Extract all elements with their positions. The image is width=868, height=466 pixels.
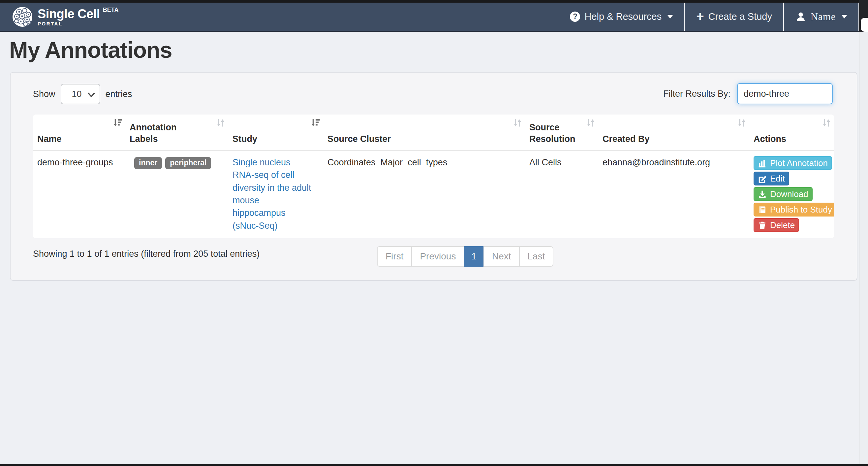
sort-both-icon [586, 118, 596, 128]
user-menu[interactable]: Name [783, 3, 859, 31]
show-entries-group: Show 10 entries [33, 84, 132, 104]
window-bottom-strip [0, 464, 868, 466]
brand-logo-link[interactable]: Single Cell BETA PORTAL [12, 3, 118, 31]
edit-icon [758, 174, 767, 183]
column-header-source-resolution[interactable]: Source Resolution [525, 115, 598, 150]
table-header-row: Name Annotation Labels Study [33, 115, 834, 151]
sort-both-icon [737, 118, 747, 128]
cell-annotation-labels: innerperipheral [125, 151, 228, 175]
navbar-menu: ? Help & Resources + Create a Study Name [559, 3, 859, 31]
brand-text: Single Cell BETA PORTAL [38, 8, 118, 26]
page-size-select[interactable]: 10 [61, 84, 100, 104]
sort-amount-icon [311, 118, 320, 128]
help-resources-label: Help & Resources [584, 11, 661, 22]
actions-stack: Plot Annotation Edit [753, 156, 830, 232]
create-study-button[interactable]: + Create a Study [684, 3, 783, 31]
column-header-study[interactable]: Study [228, 115, 323, 150]
show-label: Show [33, 89, 55, 99]
trash-icon [758, 221, 767, 230]
navbar: Single Cell BETA PORTAL ? Help & Resourc… [0, 3, 868, 32]
entries-label: entries [105, 89, 132, 99]
pagination: First Previous 1 Next Last [377, 246, 553, 267]
column-header-annotation-labels[interactable]: Annotation Labels [125, 115, 228, 150]
pagination-page-1[interactable]: 1 [464, 246, 484, 267]
pagination-last[interactable]: Last [519, 246, 554, 267]
brand-title: Single Cell [38, 8, 100, 20]
page-title: My Annotations [9, 38, 172, 62]
scrollbar-thumb[interactable] [861, 18, 868, 32]
cell-created-by: ehanna@broadinstitute.org [598, 151, 749, 174]
column-header-actions[interactable]: Actions [749, 115, 834, 150]
publish-to-study-button[interactable]: Publish to Study [753, 203, 834, 216]
plot-annotation-button[interactable]: Plot Annotation [753, 156, 832, 170]
annotations-table: Name Annotation Labels Study [33, 115, 834, 238]
pagination-next[interactable]: Next [484, 246, 520, 267]
download-icon [758, 190, 767, 199]
book-icon [758, 205, 767, 214]
user-icon [795, 11, 806, 23]
scrollbar-track [859, 0, 868, 466]
cell-actions: Plot Annotation Edit [749, 151, 834, 237]
create-study-label: Create a Study [708, 11, 772, 22]
chevron-down-icon [841, 15, 847, 19]
beta-badge: BETA [103, 7, 119, 13]
bar-chart-icon [758, 159, 767, 168]
pagination-previous[interactable]: Previous [411, 246, 464, 267]
annotation-label-badge: inner [134, 157, 162, 169]
chevron-down-icon [87, 90, 96, 99]
annotations-panel: Show 10 entries Filter Results By: Name … [10, 72, 858, 281]
study-link[interactable]: Single nucleus RNA-seq of cell diversity… [232, 156, 313, 232]
sort-both-icon [513, 118, 522, 128]
filter-group: Filter Results By: [663, 83, 833, 104]
filter-label: Filter Results By: [663, 89, 731, 99]
table-row: demo-three-groups innerperipheral Single… [33, 151, 834, 238]
single-cell-logo-icon [12, 6, 33, 27]
help-resources-menu[interactable]: ? Help & Resources [559, 3, 684, 31]
brand-subtitle: PORTAL [38, 21, 118, 26]
download-button[interactable]: Download [753, 187, 813, 201]
page-size-value: 10 [72, 89, 82, 99]
sort-both-icon [822, 118, 831, 128]
annotation-label-badge: peripheral [165, 157, 211, 169]
column-header-created-by[interactable]: Created By [598, 115, 749, 150]
pagination-first[interactable]: First [377, 246, 412, 267]
sort-amount-icon [113, 118, 123, 128]
window-top-strip [0, 0, 868, 3]
column-header-name[interactable]: Name [33, 115, 125, 150]
cell-study: Single nucleus RNA-seq of cell diversity… [228, 151, 323, 237]
filter-input[interactable] [737, 83, 833, 104]
table-info-text: Showing 1 to 1 of 1 entries (filtered fr… [33, 249, 259, 259]
chevron-down-icon [667, 15, 673, 19]
edit-button[interactable]: Edit [753, 172, 789, 185]
cell-source-cluster: Coordinates_Major_cell_types [323, 151, 525, 174]
delete-button[interactable]: Delete [753, 218, 799, 232]
plus-icon: + [696, 9, 704, 23]
cell-name: demo-three-groups [33, 151, 125, 174]
column-header-source-cluster[interactable]: Source Cluster [323, 115, 525, 150]
sort-both-icon [216, 118, 225, 128]
user-name-label: Name [811, 11, 836, 23]
help-question-icon: ? [570, 11, 580, 22]
cell-source-resolution: All Cells [525, 151, 598, 174]
